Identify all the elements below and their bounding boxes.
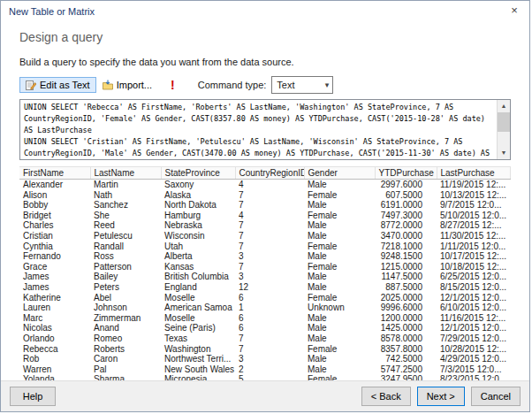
column-header[interactable]: Gender xyxy=(304,167,375,180)
table-cell: Wisconsin xyxy=(161,231,235,242)
table-cell: 6/25/2015 12:0... xyxy=(437,272,511,282)
run-query-button[interactable]: ! xyxy=(171,79,175,92)
back-button[interactable]: < Back xyxy=(361,387,411,406)
table-row[interactable]: BobbySanchezNorth Dakota7Male6191.00009/… xyxy=(19,200,511,211)
column-header[interactable]: LastPurchase xyxy=(437,167,511,180)
table-cell: England xyxy=(161,282,235,293)
table-cell: Hamburg xyxy=(161,211,235,221)
table-row[interactable]: MarcZimmermanMoselle6Male1200.000011/16/… xyxy=(19,313,511,324)
table-cell: 11/19/2015 12:... xyxy=(437,180,511,190)
table-cell: Petulescu xyxy=(90,231,161,242)
table-cell: 7 xyxy=(235,190,304,201)
table-cell: 5/10/2015 12:0... xyxy=(437,211,511,221)
table-cell: 1425.0000 xyxy=(375,323,437,334)
command-type-value: Text xyxy=(277,80,294,90)
command-type-label: Command type: xyxy=(198,80,267,90)
column-header[interactable]: FirstName xyxy=(19,167,90,180)
table-cell: 2997.6000 xyxy=(375,180,437,190)
table-row[interactable]: KatherineAbelMoselle6Female2025.000012/1… xyxy=(19,293,511,303)
scrollbar-track[interactable] xyxy=(498,132,510,147)
table-cell: Northwest Terri... xyxy=(161,354,235,364)
table-row[interactable]: CharlesReedNebraska7Male8772.00008/27/20… xyxy=(19,220,511,231)
table-row[interactable]: NicolasAnandSeine (Paris)6Male1425.00001… xyxy=(19,323,511,334)
table-cell: 4 xyxy=(235,180,304,190)
table-row[interactable]: AlexanderMartinSaxony4Male2997.600011/19… xyxy=(19,180,511,190)
edit-as-text-button[interactable]: Edit as Text xyxy=(19,77,96,93)
table-cell: 9/7/2015 12:0... xyxy=(437,200,511,211)
table-cell: 1/11/2015 12:0... xyxy=(437,242,511,252)
column-header[interactable]: LastName xyxy=(90,167,161,180)
edit-as-text-label: Edit as Text xyxy=(40,80,90,90)
table-cell: 8/15/2015 12:0... xyxy=(437,282,511,293)
table-row[interactable]: FernandoRossAlberta3Male9248.150010/17/2… xyxy=(19,251,511,262)
table-row[interactable]: LaurenJohnsonAmerican Samoa1Unknown9996.… xyxy=(19,303,511,313)
column-header[interactable]: YTDPurchase xyxy=(375,167,437,180)
table-cell: James xyxy=(19,282,90,293)
table-cell: 3470.0000 xyxy=(375,231,437,242)
table-cell: Male xyxy=(304,313,375,324)
table-cell: Zimmerman xyxy=(90,313,161,324)
scroll-down-icon[interactable]: ▼ xyxy=(498,147,510,159)
table-row[interactable]: CynthiaRandallUtah7Female7218.10001/11/2… xyxy=(19,242,511,252)
help-button[interactable]: Help xyxy=(10,387,56,406)
table-cell: Male xyxy=(304,200,375,211)
query-toolbar: Edit as Text Import... ! Command type: T… xyxy=(19,75,511,95)
dialog-footer: Help < Back Next > Cancel xyxy=(1,380,529,411)
table-row[interactable]: AlisonNathAlaska7Female607.500010/13/201… xyxy=(19,190,511,201)
table-cell: Moselle xyxy=(161,313,235,324)
table-cell: New South Wales xyxy=(161,364,235,375)
table-cell: 3 xyxy=(235,272,304,282)
table-row[interactable]: CristianPetulescuWisconsin7Male3470.0000… xyxy=(19,231,511,242)
query-scrollbar[interactable]: ▲ ▼ xyxy=(497,100,510,159)
table-cell: 2 xyxy=(235,364,304,375)
table-cell: 8/27/2015 12:... xyxy=(437,220,511,231)
table-row[interactable]: RobCaronNorthwest Terri...3Male742.50004… xyxy=(19,354,511,364)
table-cell: Reed xyxy=(90,220,161,231)
table-cell: Cristian xyxy=(19,231,90,242)
table-cell: Peters xyxy=(90,282,161,293)
table-cell: British Columbia xyxy=(161,272,235,282)
table-cell: 6/10/2015 12:0... xyxy=(437,303,511,313)
table-cell: Orlando xyxy=(19,334,90,344)
table-cell: Bailey xyxy=(90,272,161,282)
table-cell: Martin xyxy=(90,180,161,190)
table-cell: Rebecca xyxy=(19,344,90,355)
table-cell: 4/29/2015 12:0... xyxy=(437,354,511,364)
table-cell: Roberts xyxy=(90,344,161,355)
table-row[interactable]: BridgetSheHamburg4Female7497.30005/10/20… xyxy=(19,211,511,221)
table-cell: 10/13/2015 12:... xyxy=(437,190,511,201)
dialog-content: Design a query Build a query to specify … xyxy=(1,30,529,384)
table-cell: Randall xyxy=(90,242,161,252)
table-cell: Male xyxy=(304,180,375,190)
import-button[interactable]: Import... xyxy=(96,77,158,93)
table-row[interactable]: GracePattersonKansas7Female1215.000010/1… xyxy=(19,262,511,272)
scroll-up-icon[interactable]: ▲ xyxy=(498,100,510,112)
table-cell: Katherine xyxy=(19,293,90,303)
table-cell: Charles xyxy=(19,220,90,231)
table-cell: Saxony xyxy=(161,180,235,190)
table-cell: Male xyxy=(304,220,375,231)
scrollbar-thumb[interactable] xyxy=(498,112,510,132)
column-header[interactable]: CountryRegionID xyxy=(235,167,304,180)
table-cell: Johnson xyxy=(90,303,161,313)
table-cell: 12/1/2015 12:0... xyxy=(437,323,511,334)
table-cell: 607.5000 xyxy=(375,190,437,201)
table-row[interactable]: JamesPetersEngland12Male887.50008/15/201… xyxy=(19,282,511,293)
table-row[interactable]: RebeccaRobertsWashington7Female8357.8000… xyxy=(19,344,511,355)
table-cell: Cynthia xyxy=(19,242,90,252)
next-button[interactable]: Next > xyxy=(417,387,465,406)
column-header[interactable]: StateProvince xyxy=(161,167,235,180)
cancel-button[interactable]: Cancel xyxy=(471,387,521,406)
close-icon[interactable]: × xyxy=(499,1,529,20)
page-subtitle: Build a query to specify the data you wa… xyxy=(19,57,511,67)
table-row[interactable]: JamesBaileyBritish Columbia3Male1147.500… xyxy=(19,272,511,282)
query-editor[interactable]: UNION SELECT 'Rebecca' AS FirstName, 'Ro… xyxy=(19,99,511,160)
command-type-select[interactable]: Text ▾ xyxy=(271,76,333,94)
table-row[interactable]: WarrenPalNew South Wales2Male5747.25007/… xyxy=(19,364,511,375)
results-table: FirstNameLastNameStateProvinceCountryReg… xyxy=(19,166,511,384)
table-cell: Anand xyxy=(90,323,161,334)
table-cell: Alexander xyxy=(19,180,90,190)
table-row[interactable]: OrlandoRomeoTexas7Male8578.00007/29/2015… xyxy=(19,334,511,344)
table-cell: Female xyxy=(304,293,375,303)
title-bar[interactable]: New Table or Matrix × xyxy=(1,1,529,22)
